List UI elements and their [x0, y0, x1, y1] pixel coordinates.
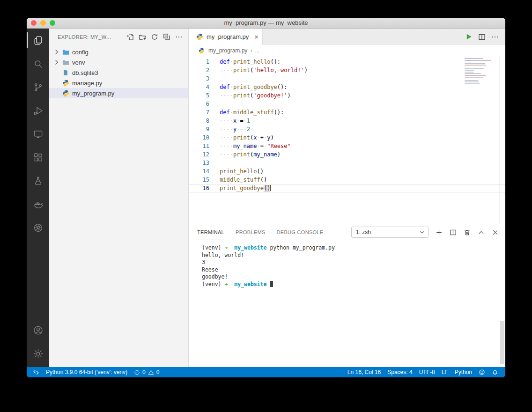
run-python-file-button[interactable]	[465, 33, 473, 41]
minimap-line	[465, 72, 474, 73]
activity-item-settings[interactable]	[27, 342, 49, 365]
editor-scrollbar[interactable]	[499, 56, 505, 224]
code-text: ····my_name·=·"Reese"	[220, 142, 291, 150]
zoom-window-button[interactable]	[50, 20, 55, 26]
line-number[interactable]: 16	[189, 184, 209, 192]
code-line[interactable]: 9····y·=·2	[189, 125, 505, 133]
tab-problems[interactable]: PROBLEMS	[236, 224, 266, 240]
line-number[interactable]: 3	[189, 74, 209, 83]
code-line[interactable]: 13	[189, 159, 505, 167]
code-line[interactable]: 15middle_stuff()	[189, 176, 505, 184]
code-line[interactable]: 16print_goodbye()	[189, 184, 505, 192]
errors-icon	[134, 369, 140, 375]
feedback-button[interactable]	[475, 369, 488, 375]
more-actions-button[interactable]	[174, 32, 184, 42]
code-editor[interactable]: 1def·print_hello():2····print('hello,·wo…	[189, 56, 505, 224]
breadcrumb: my_program.py › ...	[189, 45, 505, 56]
file-tree: configvenvdb.sqlite3manage.pymy_program.…	[49, 45, 188, 98]
collapse-folders-button[interactable]	[162, 32, 171, 42]
problems-status[interactable]: 0 0	[131, 367, 163, 377]
python-interpreter-status[interactable]: Python 3.9.0 64-bit ('venv': venv)	[43, 367, 131, 377]
activity-item-docker[interactable]	[27, 192, 49, 216]
maximize-panel-button[interactable]	[478, 229, 485, 236]
close-window-button[interactable]	[31, 20, 37, 26]
activity-item-remote-explorer[interactable]	[27, 122, 49, 146]
tree-item-venv[interactable]: venv	[49, 57, 188, 67]
line-number[interactable]: 1	[189, 58, 209, 66]
minimap-line	[465, 81, 479, 82]
language-mode-status[interactable]: Python	[451, 369, 475, 375]
editor-more-actions-button[interactable]	[491, 33, 499, 41]
cursor-position-status[interactable]: Ln 16, Col 16	[344, 369, 384, 375]
tab-my-program[interactable]: my_program.py ×	[189, 29, 263, 45]
refresh-button[interactable]	[150, 32, 159, 42]
encoding-status[interactable]: UTF-8	[416, 369, 438, 375]
testing-icon	[33, 176, 44, 186]
code-line[interactable]: 1def·print_hello():	[189, 58, 505, 66]
new-terminal-button[interactable]	[436, 229, 443, 236]
line-number[interactable]: 10	[189, 133, 209, 142]
code-line[interactable]: 12····print(my_name)	[189, 150, 505, 159]
close-panel-button[interactable]	[492, 229, 499, 236]
code-line[interactable]: 11····my_name·=·"Reese"	[189, 142, 505, 150]
code-line[interactable]: 8····x·=·1	[189, 117, 505, 125]
code-line[interactable]: 7def·middle_stuff():	[189, 108, 505, 117]
activity-item-accounts[interactable]	[27, 318, 49, 342]
split-editor-button[interactable]	[478, 33, 486, 41]
kill-terminal-button[interactable]	[464, 229, 471, 236]
terminal-shell-select[interactable]: 1: zsh	[351, 227, 429, 238]
line-number[interactable]: 5	[189, 91, 209, 100]
breadcrumb-more[interactable]: ...	[255, 47, 259, 54]
terminal-scrollbar[interactable]	[500, 321, 504, 364]
tab-debug-console[interactable]: DEBUG CONSOLE	[277, 224, 324, 240]
line-number[interactable]: 11	[189, 142, 209, 150]
minimap[interactable]	[465, 58, 498, 85]
code-line[interactable]: 6	[189, 100, 505, 108]
tree-item-manage.py[interactable]: manage.py	[49, 78, 188, 88]
code-line[interactable]: 14print_hello()	[189, 167, 505, 176]
activity-item-testing[interactable]	[27, 169, 49, 192]
activity-item-extensions[interactable]	[27, 146, 49, 169]
new-folder-button[interactable]	[138, 32, 147, 42]
line-number[interactable]: 6	[189, 100, 209, 108]
split-terminal-button[interactable]	[450, 229, 457, 236]
tree-item-config[interactable]: config	[49, 47, 188, 57]
activity-item-source-control[interactable]	[27, 75, 49, 99]
tab-close-button[interactable]: ×	[254, 33, 259, 40]
line-number[interactable]: 13	[189, 159, 209, 167]
code-line[interactable]: 3	[189, 74, 505, 83]
window-title: my_program.py — my_website	[27, 18, 505, 28]
chevron-down-icon	[419, 229, 425, 235]
line-number[interactable]: 14	[189, 167, 209, 176]
code-line[interactable]: 2····print('hello,·world!')	[189, 66, 505, 74]
title-bar[interactable]: my_program.py — my_website	[27, 18, 505, 29]
code-text: print_goodbye()	[220, 184, 271, 192]
tab-terminal[interactable]: TERMINAL	[197, 224, 224, 240]
activity-item-explorer[interactable]	[27, 29, 49, 52]
chevron-right-icon	[53, 59, 60, 66]
activity-item-search[interactable]	[27, 52, 49, 75]
activity-item-run-and-debug[interactable]	[27, 99, 49, 122]
line-number[interactable]: 8	[189, 117, 209, 125]
notifications-button[interactable]	[488, 369, 502, 375]
code-line[interactable]: 4def·print_goodbye():	[189, 83, 505, 91]
minimize-window-button[interactable]	[40, 20, 46, 26]
tree-item-my_program.py[interactable]: my_program.py	[49, 88, 188, 98]
minimap-line	[465, 58, 483, 59]
remote-indicator[interactable]	[30, 367, 43, 377]
code-line[interactable]: 5····print('goodbye!')	[189, 91, 505, 100]
line-number[interactable]: 15	[189, 176, 209, 184]
eol-status[interactable]: LF	[438, 369, 451, 375]
activity-item-kubernetes[interactable]	[27, 216, 49, 239]
breadcrumb-file[interactable]: my_program.py	[208, 47, 247, 54]
line-number[interactable]: 9	[189, 125, 209, 133]
line-number[interactable]: 4	[189, 83, 209, 91]
line-number[interactable]: 12	[189, 150, 209, 159]
line-number[interactable]: 7	[189, 108, 209, 117]
indentation-status[interactable]: Spaces: 4	[384, 369, 415, 375]
code-line[interactable]: 10····print(x·+·y)	[189, 133, 505, 142]
tree-item-db.sqlite3[interactable]: db.sqlite3	[49, 67, 188, 78]
new-file-button[interactable]	[126, 32, 135, 42]
terminal-output[interactable]: (venv) ➜ my_website python my_program.py…	[189, 240, 505, 367]
line-number[interactable]: 2	[189, 66, 209, 74]
